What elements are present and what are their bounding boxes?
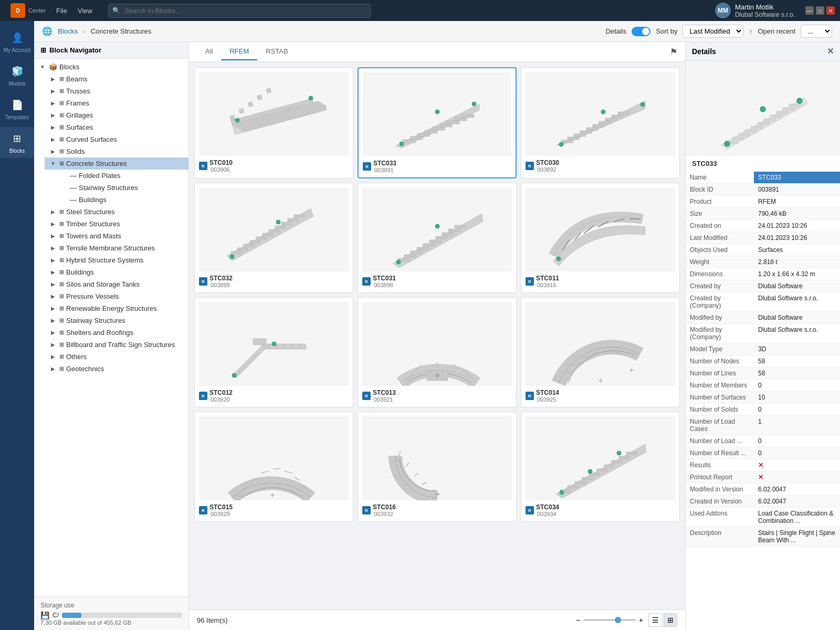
grid-item-stc012[interactable]: R STC012 003920	[194, 297, 353, 407]
item-name-stc013: STC013	[373, 389, 396, 396]
grid-view-button[interactable]: ⊞	[664, 613, 677, 627]
detail-value: ✕	[754, 471, 840, 483]
detail-row: Number of Load Cases1	[686, 416, 840, 435]
svg-point-34	[559, 142, 563, 146]
svg-rect-141	[739, 133, 750, 136]
tree-item-billboard[interactable]: ▶ ⊞ Billboard and Traffic Sign Structure…	[45, 339, 188, 351]
detail-row: Block ID003891	[686, 184, 840, 196]
svg-point-83	[232, 373, 236, 377]
detail-key: Modified by (Company)	[686, 324, 754, 343]
grid-item-stc031[interactable]: R STC031 003898	[358, 183, 517, 293]
svg-rect-2	[239, 109, 244, 114]
item-id-stc010: 003906	[209, 166, 233, 173]
solids-label: Solids	[66, 148, 85, 155]
tree-item-curved-surfaces[interactable]: ▶ ⊞ Curved Surfaces	[45, 133, 188, 145]
maximize-button[interactable]: □	[816, 6, 824, 15]
svg-line-111	[285, 471, 292, 473]
grid-item-stc014[interactable]: R STC014 003925	[521, 297, 680, 407]
svg-rect-48	[294, 215, 304, 217]
tree-item-pressure[interactable]: ▶ ⊞ Pressure Vessels	[45, 290, 188, 302]
tree-item-geotechnics[interactable]: ▶ ⊞ Geotechnics	[45, 363, 188, 375]
rfem-badge-10: R	[199, 506, 207, 514]
view-toggle: ☰ ⊞	[648, 613, 677, 627]
zoom-slider[interactable]	[583, 619, 636, 621]
grid-item-stc015[interactable]: R STC015 003929	[194, 412, 353, 522]
list-view-button[interactable]: ☰	[648, 613, 663, 627]
folded-plates-icon: —	[70, 172, 77, 180]
details-close-button[interactable]: ✕	[827, 46, 834, 56]
tree-item-surfaces[interactable]: ▶ ⊞ Surfaces	[45, 121, 188, 133]
tab-rstab[interactable]: RSTAB	[257, 43, 296, 60]
zoom-plus-icon[interactable]: +	[639, 616, 643, 624]
grid-item-stc033[interactable]: R STC033 003891	[358, 67, 517, 178]
search-input[interactable]	[108, 4, 371, 18]
tree-item-silos[interactable]: ▶ ⊞ Silos and Storage Tanks	[45, 278, 188, 290]
tree-item-stairway[interactable]: ▶ ⊞ Stairway Structures	[45, 314, 188, 327]
detail-value: 58	[754, 368, 840, 379]
tree-item-renewable[interactable]: ▶ ⊞ Renewable Energy Structures	[45, 302, 188, 314]
tree-item-shelters[interactable]: ▶ ⊞ Shelters and Roofings	[45, 327, 188, 339]
tree-item-folded-plates[interactable]: — Folded Plates	[55, 170, 188, 182]
close-button[interactable]: ✕	[826, 6, 835, 15]
open-recent-select[interactable]: ...	[801, 25, 832, 38]
tree-item-trusses[interactable]: ▶ ⊞ Trusses	[45, 85, 188, 97]
grid-item-stc013[interactable]: R STC013 003921	[358, 297, 517, 407]
detail-value: STC033	[754, 172, 840, 183]
filter-icon[interactable]: ⚑	[670, 47, 677, 57]
details-toggle[interactable]	[632, 27, 650, 36]
stairway-icon: ⊞	[59, 317, 64, 324]
grid-label-stc010: R STC010 003906	[199, 156, 349, 173]
detail-row: Objects UsedSurfaces	[686, 244, 840, 256]
zoom-minus-icon[interactable]: −	[576, 616, 580, 624]
grid-scroll[interactable]: R STC010 003906	[189, 62, 685, 610]
tree-item-frames[interactable]: ▶ ⊞ Frames	[45, 97, 188, 109]
tree-item-stairway-structures-sub[interactable]: — Stairway Structures	[55, 182, 188, 194]
tab-rfem[interactable]: RFEM	[221, 43, 257, 60]
svg-point-50	[276, 220, 280, 224]
detail-key: Number of Solids	[686, 404, 754, 415]
tree-item-concrete-structures[interactable]: ▼ ⊞ Concrete Structures	[45, 158, 188, 170]
svg-point-84	[272, 342, 276, 346]
tree-item-buildings-sub[interactable]: — Buildings	[55, 194, 188, 206]
tree-item-beams[interactable]: ▶ ⊞ Beams	[45, 73, 188, 85]
grid-thumb-stc014	[526, 302, 675, 386]
menu-view[interactable]: View	[78, 7, 92, 15]
grid-item-stc034[interactable]: R STC034 003934	[521, 412, 680, 522]
details-panel: Details ✕	[685, 42, 840, 630]
tree-item-timber-structures[interactable]: ▶ ⊞ Timber Structures	[45, 218, 188, 230]
svg-point-36	[640, 102, 645, 107]
grid-item-stc030[interactable]: R STC030 003892	[521, 67, 680, 178]
tree-item-others[interactable]: ▶ ⊞ Others	[45, 351, 188, 363]
detail-key: Number of Members	[686, 380, 754, 391]
tree-item-grillages[interactable]: ▶ ⊞ Grillages	[45, 109, 188, 121]
tree-blocks-root[interactable]: ▼ 📦 Blocks	[34, 61, 188, 73]
tab-all[interactable]: All	[197, 43, 221, 60]
nav-my-account[interactable]: 👤 My Account	[0, 26, 34, 57]
tree-item-tensile[interactable]: ▶ ⊞ Tensile Membrane Structures	[45, 242, 188, 254]
svg-rect-82	[253, 339, 266, 345]
item-id-stc033: 003891	[373, 167, 396, 173]
detail-key: Number of Surfaces	[686, 392, 754, 403]
grid-item-stc010[interactable]: R STC010 003906	[194, 67, 353, 178]
menu-file[interactable]: File	[56, 7, 67, 15]
tree-item-hybrid[interactable]: ▶ ⊞ Hybrid Structure Systems	[45, 254, 188, 266]
detail-row: Number of Solids0	[686, 404, 840, 416]
nav-templates[interactable]: 📄 Templates	[0, 93, 34, 124]
minimize-button[interactable]: —	[805, 6, 814, 15]
tree-item-buildings[interactable]: ▶ ⊞ Buildings	[45, 266, 188, 278]
detail-row: ProductRFEM	[686, 196, 840, 208]
breadcrumb-root[interactable]: Blocks	[58, 27, 78, 35]
tree-item-steel-structures[interactable]: ▶ ⊞ Steel Structures	[45, 206, 188, 218]
svg-point-62	[396, 260, 401, 264]
svg-rect-60	[448, 229, 460, 232]
grid-item-stc011[interactable]: R STC011 003916	[521, 183, 680, 293]
sort-select[interactable]: Last Modified	[682, 25, 743, 38]
grid-item-stc032[interactable]: R STC032 003899	[194, 183, 353, 293]
tree-item-solids[interactable]: ▶ ⊞ Solids	[45, 145, 188, 158]
nav-models[interactable]: 🧊 Models	[0, 60, 34, 91]
sort-arrow-icon[interactable]: ↑	[749, 27, 752, 36]
item-id-stc011: 003916	[536, 282, 559, 288]
nav-blocks[interactable]: ⊞ Blocks	[0, 127, 34, 158]
tree-item-towers-masts[interactable]: ▶ ⊞ Towers and Masts	[45, 230, 188, 242]
grid-item-stc016[interactable]: R STC016 003932	[358, 412, 517, 522]
